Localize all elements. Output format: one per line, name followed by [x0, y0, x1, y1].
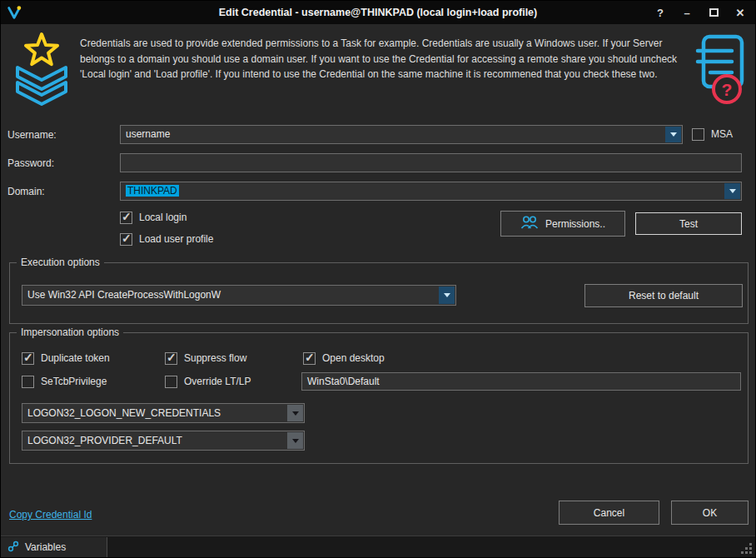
- execution-options-group: Execution options Use Win32 API CreatePr…: [9, 262, 749, 324]
- variables-icon: [7, 541, 19, 555]
- duplicate-token-row: Duplicate token: [22, 351, 110, 365]
- setcbprivilege-row: SeTcbPrivilege: [22, 375, 107, 388]
- load-user-profile-checkbox[interactable]: [120, 233, 132, 246]
- password-label: Password:: [7, 154, 54, 173]
- ok-button-label: OK: [703, 507, 717, 519]
- variables-tab-label: Variables: [25, 541, 66, 553]
- maximize-button[interactable]: [700, 1, 727, 24]
- msa-checkbox[interactable]: [692, 128, 704, 141]
- open-desktop-row: Open desktop: [303, 351, 385, 365]
- test-button[interactable]: Test: [635, 212, 742, 235]
- suppress-flow-row: Suppress flow: [165, 351, 246, 365]
- override-ltlp-checkbox[interactable]: [165, 376, 177, 388]
- execution-api-dropdown-arrow-icon[interactable]: [439, 286, 455, 304]
- open-desktop-label[interactable]: Open desktop: [322, 352, 385, 364]
- credential-shield-star-icon: [11, 29, 72, 113]
- svg-text:?: ?: [722, 80, 733, 99]
- load-user-profile-label[interactable]: Load user profile: [139, 233, 213, 245]
- ok-button[interactable]: OK: [671, 501, 749, 525]
- permissions-button-label: Permissions..: [545, 218, 605, 230]
- desktop-value: WinSta0\Default: [307, 376, 380, 387]
- impersonation-options-title: Impersonation options: [17, 326, 123, 338]
- permissions-users-icon: [520, 215, 539, 232]
- username-combobox[interactable]: username: [120, 125, 683, 144]
- provider-value: LOGON32_PROVIDER_DEFAULT: [27, 435, 182, 446]
- setcbprivilege-checkbox[interactable]: [22, 376, 34, 388]
- override-ltlp-row: Override LT/LP: [165, 375, 251, 388]
- provider-dropdown[interactable]: LOGON32_PROVIDER_DEFAULT: [22, 431, 305, 451]
- logon-type-dropdown-arrow-icon[interactable]: [287, 405, 303, 421]
- setcbprivilege-label[interactable]: SeTcbPrivilege: [41, 376, 107, 387]
- local-login-label[interactable]: Local login: [139, 212, 187, 223]
- provider-dropdown-arrow-icon[interactable]: [287, 432, 303, 449]
- username-label: Username:: [7, 126, 57, 145]
- duplicate-token-checkbox[interactable]: [22, 352, 34, 365]
- desktop-input[interactable]: WinSta0\Default: [301, 372, 741, 391]
- test-button-label: Test: [679, 218, 698, 230]
- logon-type-dropdown[interactable]: LOGON32_LOGON_NEW_CREDENTIALS: [22, 403, 305, 423]
- suppress-flow-label[interactable]: Suppress flow: [184, 352, 246, 364]
- variables-tab[interactable]: Variables: [1, 537, 107, 557]
- reset-to-default-label: Reset to default: [629, 290, 699, 301]
- document-question-icon: ?: [695, 34, 747, 108]
- execution-api-dropdown[interactable]: Use Win32 API CreateProcessWithLogonW: [22, 285, 456, 306]
- reset-to-default-button[interactable]: Reset to default: [584, 284, 743, 307]
- permissions-button[interactable]: Permissions..: [500, 211, 625, 237]
- close-button[interactable]: ✕: [727, 1, 754, 24]
- resize-grip[interactable]: [739, 541, 753, 555]
- execution-api-value: Use Win32 API CreateProcessWithLogonW: [27, 289, 221, 301]
- domain-combobox[interactable]: THINKPAD: [120, 182, 742, 201]
- open-desktop-checkbox[interactable]: [303, 352, 316, 365]
- impersonation-options-group: Impersonation options Duplicate token Su…: [9, 332, 749, 464]
- suppress-flow-checkbox[interactable]: [165, 352, 177, 365]
- header: Credentials are used to provide extended…: [1, 26, 755, 121]
- domain-dropdown-arrow-icon[interactable]: [724, 183, 740, 199]
- edit-credential-dialog: Edit Credential - username@THINKPAD (loc…: [0, 0, 756, 558]
- domain-value-selected: THINKPAD: [126, 185, 179, 197]
- local-login-row: Local login: [120, 211, 187, 224]
- help-button[interactable]: ?: [647, 1, 674, 24]
- load-user-profile-row: Load user profile: [120, 232, 213, 246]
- override-ltlp-label[interactable]: Override LT/LP: [184, 376, 251, 387]
- cancel-button[interactable]: Cancel: [559, 501, 659, 525]
- copy-credential-id-link[interactable]: Copy Credential Id: [9, 509, 92, 521]
- window-title: Edit Credential - username@THINKPAD (loc…: [1, 1, 755, 24]
- titlebar[interactable]: Edit Credential - username@THINKPAD (loc…: [1, 1, 755, 24]
- statusbar: Variables: [1, 536, 755, 557]
- maximize-icon: [709, 8, 719, 17]
- duplicate-token-label[interactable]: Duplicate token: [41, 352, 110, 364]
- execution-options-title: Execution options: [17, 257, 104, 268]
- password-input[interactable]: [120, 153, 742, 172]
- username-dropdown-arrow-icon[interactable]: [665, 127, 681, 142]
- cancel-button-label: Cancel: [594, 507, 624, 519]
- username-value: username: [126, 128, 170, 140]
- msa-label[interactable]: MSA: [711, 128, 733, 140]
- local-login-checkbox[interactable]: [120, 212, 132, 224]
- credential-description: Credentials are used to provide extended…: [80, 36, 679, 82]
- logon-type-value: LOGON32_LOGON_NEW_CREDENTIALS: [27, 407, 221, 419]
- msa-checkbox-row: MSA: [692, 127, 733, 141]
- domain-label: Domain:: [7, 182, 45, 202]
- minimize-button[interactable]: –: [674, 1, 700, 24]
